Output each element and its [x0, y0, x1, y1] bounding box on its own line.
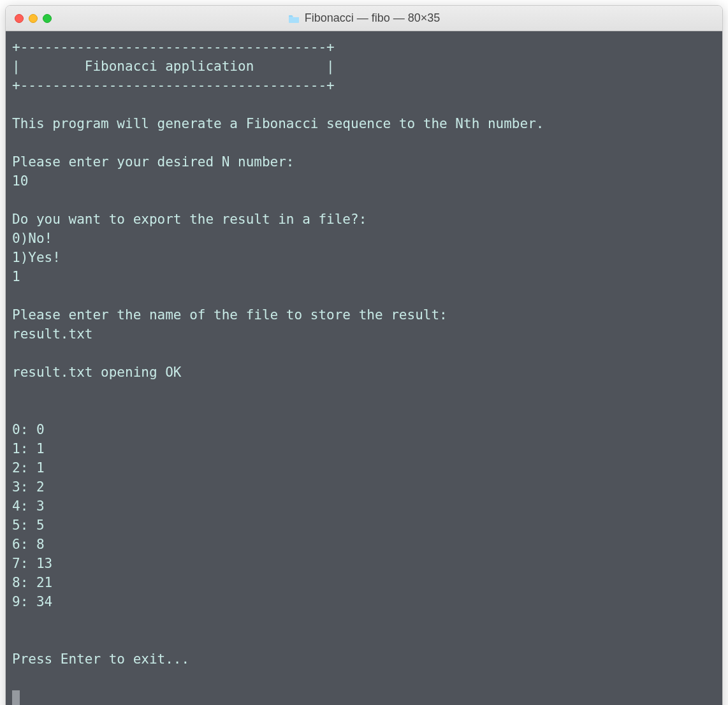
maximize-icon[interactable]: [43, 14, 52, 23]
prompt-n: Please enter your desired N number:: [12, 154, 295, 170]
prompt-filename: Please enter the name of the file to sto…: [12, 307, 448, 323]
terminal-window: Fibonacci — fibo — 80×35 +--------------…: [5, 5, 723, 705]
result-line: 1: 1: [12, 441, 45, 456]
titlebar: Fibonacci — fibo — 80×35: [6, 6, 722, 31]
result-line: 6: 8: [12, 537, 45, 552]
option-yes: 1)Yes!: [12, 250, 61, 265]
file-status: result.txt opening OK: [12, 365, 182, 380]
title-wrap: Fibonacci — fibo — 80×35: [6, 11, 722, 25]
result-line: 4: 3: [12, 498, 45, 514]
window-title: Fibonacci — fibo — 80×35: [305, 11, 440, 25]
cursor-icon: [12, 690, 20, 705]
input-export: 1: [12, 269, 20, 284]
banner-title: | Fibonacci application |: [12, 59, 335, 74]
minimize-icon[interactable]: [29, 14, 38, 23]
intro-text: This program will generate a Fibonacci s…: [12, 116, 544, 131]
exit-prompt: Press Enter to exit...: [12, 651, 189, 667]
traffic-lights: [15, 14, 52, 23]
banner-border-top: +--------------------------------------+: [12, 40, 335, 55]
prompt-export: Do you want to export the result in a fi…: [12, 212, 367, 227]
terminal-body[interactable]: +--------------------------------------+…: [6, 31, 722, 705]
option-no: 0)No!: [12, 231, 52, 246]
result-line: 9: 34: [12, 594, 52, 609]
result-line: 3: 2: [12, 479, 45, 495]
input-filename: result.txt: [12, 326, 92, 342]
result-line: 8: 21: [12, 575, 52, 590]
banner-border-bottom: +--------------------------------------+: [12, 78, 335, 93]
close-icon[interactable]: [15, 14, 24, 23]
result-line: 7: 13: [12, 556, 52, 571]
input-n: 10: [12, 173, 28, 189]
folder-icon: [288, 14, 300, 23]
result-line: 5: 5: [12, 518, 45, 533]
result-line: 0: 0: [12, 422, 45, 437]
result-line: 2: 1: [12, 460, 45, 476]
